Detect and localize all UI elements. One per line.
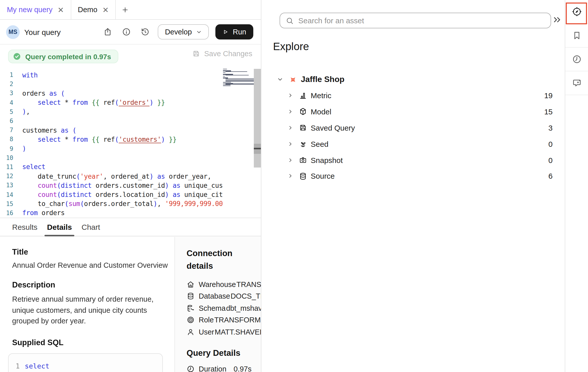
- sql-line: 1select: [14, 360, 157, 371]
- line-number: 12: [0, 173, 13, 180]
- minimap-line: [223, 72, 226, 73]
- minimap-line: [223, 74, 233, 75]
- code-text: ),: [22, 108, 30, 116]
- rail-bookmarks-button[interactable]: [565, 24, 588, 48]
- line-number: 6: [0, 117, 13, 125]
- user-icon: [187, 328, 195, 336]
- search-input[interactable]: [298, 16, 545, 25]
- editor-line: 3orders as (: [0, 89, 222, 98]
- editor-line: 10: [0, 153, 222, 162]
- chevron-right-icon[interactable]: [288, 157, 293, 163]
- project-name: Jaffle Shop: [301, 75, 344, 84]
- line-number: 3: [0, 90, 13, 97]
- develop-dropdown[interactable]: Develop: [158, 24, 209, 39]
- model-icon: [299, 108, 307, 116]
- metric-icon: [299, 91, 307, 100]
- save-changes-label: Save Changes: [204, 50, 252, 58]
- database-icon: [187, 292, 195, 300]
- collapse-panel-icon[interactable]: [552, 15, 562, 25]
- tab-details[interactable]: Details: [47, 223, 72, 231]
- minimap-line: [223, 83, 233, 84]
- tree-item-saved-query[interactable]: Saved Query3: [262, 120, 565, 136]
- supplied-sql-code: 1select2 date_trunc('year',ordered_at) a…: [8, 353, 163, 372]
- save-changes-button[interactable]: Save Changes: [192, 50, 252, 58]
- editor-line: 12 date_trunc('year', ordered_at) as ord…: [0, 172, 222, 181]
- connection-value: dbt_mshaver: [226, 304, 261, 312]
- chevron-down-icon[interactable]: [277, 76, 283, 82]
- tab-results[interactable]: Results: [12, 223, 37, 231]
- avatar: MS: [6, 25, 20, 39]
- connection-details-list: WarehouseTRANSFORMERDatabaseDOCS_TEAM_Sc…: [187, 278, 261, 338]
- tree-project-jaffle-shop[interactable]: Jaffle Shop: [262, 71, 565, 88]
- close-icon[interactable]: ✕: [102, 6, 109, 13]
- line-number: 1: [14, 360, 20, 371]
- line-number: 10: [0, 154, 13, 161]
- editor-scrollbar[interactable]: [254, 69, 261, 168]
- tree-item-label: Metric: [311, 91, 331, 100]
- status-row: Query completed in 0.97s Save Changes: [0, 45, 261, 63]
- save-icon: [192, 50, 200, 58]
- develop-label: Develop: [165, 28, 192, 36]
- close-icon[interactable]: ✕: [58, 6, 64, 13]
- tree-item-count: 15: [544, 107, 553, 116]
- minimap-line: [223, 78, 228, 78]
- tab-chart[interactable]: Chart: [81, 223, 100, 231]
- connection-warehouse: WarehouseTRANSFORMER: [187, 278, 261, 290]
- connection-value: TRANSFORMER: [236, 280, 261, 288]
- chevron-right-icon[interactable]: [288, 93, 293, 98]
- scrollbar-handle[interactable]: [254, 148, 261, 149]
- rail-explore-button[interactable]: [565, 0, 588, 24]
- new-tab-button[interactable]: [116, 0, 134, 19]
- tree-item-count: 0: [548, 140, 553, 148]
- share-icon[interactable]: [103, 27, 112, 36]
- editor-code[interactable]: 1with23orders as (4 select * from {{ ref…: [0, 70, 222, 218]
- connection-role: RoleTRANSFORMER: [187, 314, 261, 326]
- info-icon[interactable]: [122, 27, 131, 36]
- chevron-right-icon[interactable]: [288, 125, 293, 131]
- minimap-line: [223, 86, 231, 86]
- editor-line: 5),: [0, 107, 222, 116]
- editor-minimap[interactable]: [223, 69, 253, 86]
- tree-item-snapshot[interactable]: Snapshot0: [262, 152, 565, 168]
- saved-query-icon: [299, 123, 307, 132]
- connection-schema: Schemadbt_mshaver: [187, 302, 261, 314]
- minimap-line: [225, 81, 255, 82]
- asset-search[interactable]: [280, 13, 551, 28]
- connection-value: DOCS_TEAM_: [231, 292, 261, 300]
- clock-icon: [572, 54, 582, 64]
- code-text: date_trunc('year', ordered_at) as order_…: [22, 172, 211, 180]
- tab-demo[interactable]: Demo ✕: [71, 0, 116, 19]
- chevron-right-icon[interactable]: [288, 173, 293, 179]
- minimap-line: [223, 69, 227, 69]
- connection-database: DatabaseDOCS_TEAM_: [187, 290, 261, 302]
- line-number: 4: [0, 99, 13, 106]
- rail-assistant-button[interactable]: [565, 71, 588, 95]
- editor-line: 1with: [0, 70, 222, 79]
- tab-label: Demo: [78, 6, 97, 14]
- schema-icon: [187, 304, 195, 312]
- explore-heading: Explore: [273, 40, 309, 53]
- editor-line: 6: [0, 116, 222, 126]
- code-text: customers as (: [22, 126, 76, 134]
- history-icon[interactable]: [141, 27, 150, 36]
- run-button[interactable]: Run: [216, 24, 253, 39]
- tree-item-model[interactable]: Model15: [262, 104, 565, 120]
- tree-item-source[interactable]: Source6: [262, 168, 565, 184]
- rail-history-button[interactable]: [565, 48, 588, 71]
- minimap-line: [223, 70, 224, 70]
- code-text: ): [22, 145, 26, 152]
- warehouse-icon: [187, 280, 195, 288]
- details-panel: Title Annual Order Revenue and Customer …: [0, 237, 261, 372]
- tree-item-seed[interactable]: Seed0: [262, 136, 565, 152]
- seed-icon: [299, 140, 307, 148]
- tab-my-new-query[interactable]: My new query ✕: [0, 0, 71, 19]
- dbt-logo-icon: [289, 75, 297, 84]
- query-status-text: Query completed in 0.97s: [25, 52, 111, 60]
- connection-details-heading: Connection details: [187, 247, 250, 272]
- chevron-right-icon[interactable]: [288, 141, 293, 147]
- tree-item-metric[interactable]: Metric19: [262, 88, 565, 104]
- chevron-right-icon[interactable]: [288, 109, 293, 114]
- run-label: Run: [233, 28, 246, 36]
- code-text: count(distinct orders.customer_id) as un…: [22, 182, 222, 189]
- connection-value: MATT.SHAVER@FI: [215, 328, 261, 336]
